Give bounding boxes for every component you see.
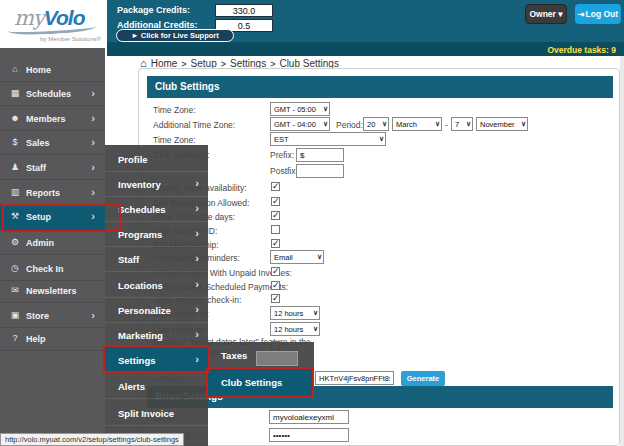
cart-icon: ▣ <box>9 310 21 320</box>
package-credits-label: Package Credits: <box>117 5 190 15</box>
logout-icon: ⇥ <box>578 10 585 19</box>
select-caret-icon: ∨ <box>313 309 318 317</box>
chevron-right-icon: › <box>91 87 95 99</box>
sidebar-item-staff[interactable]: ♟ Staff › <box>0 156 105 180</box>
chevron-right-icon: › <box>91 112 95 124</box>
live-support-button[interactable]: ► Click for Live Support <box>116 29 234 42</box>
flyout-item-alerts[interactable]: Alerts <box>105 374 208 399</box>
flyout-item-programs[interactable]: Programs › <box>105 222 208 247</box>
home-icon: ⌂ <box>9 64 21 74</box>
chevron-right-icon: › <box>91 136 95 148</box>
envelope-icon: ✉ <box>9 285 21 295</box>
sidebar-item-store[interactable]: ▣ Store › <box>0 304 105 328</box>
owner-dropdown[interactable]: Owner ▾ <box>525 4 567 24</box>
sidebar-item-members[interactable]: ☻ Members › <box>0 107 105 131</box>
additional-time-zone-label: Additional Time Zone: <box>153 120 235 130</box>
flyout-item-schedules[interactable]: Schedules › <box>105 197 208 222</box>
flyout-item-settings[interactable]: Settings › <box>105 347 208 373</box>
clock-icon: ◷ <box>9 263 21 273</box>
membership-checkbox[interactable]: ✓ <box>271 239 280 248</box>
submenu-item-taxes[interactable]: Taxes <box>208 342 314 368</box>
chevron-right-icon: › <box>195 202 199 214</box>
chevron-right-icon: › <box>91 210 95 222</box>
chevron-right-icon: › <box>195 303 199 315</box>
sidebar-item-newsletters[interactable]: ✉ Newsletters <box>0 279 105 303</box>
sidebar-item-setup[interactable]: ⚒ Setup › <box>0 205 105 231</box>
select-caret-icon: ∨ <box>521 120 526 128</box>
additional-time-zone-select[interactable]: GMT - 04:00∨ <box>270 117 330 131</box>
class-availability-checkbox[interactable]: ✓ <box>271 182 280 191</box>
status-bar-url: http://volo.myuat.com/v2/setup/settings/… <box>0 433 184 446</box>
hide-member-id-checkbox[interactable]: ✓ <box>271 225 280 234</box>
select-caret-icon: ∨ <box>313 325 318 333</box>
multiple-check-in-checkbox[interactable]: ✓ <box>271 294 280 303</box>
password-input[interactable] <box>269 428 349 442</box>
bar-chart-icon: ▥ <box>9 187 21 197</box>
time-zone-select[interactable]: GMT - 05:00∨ <box>270 102 330 116</box>
package-credits-input[interactable] <box>215 4 273 17</box>
automated-reminders-select[interactable]: Email∨ <box>270 250 324 264</box>
live-support-label: Click for Live Support <box>141 31 219 40</box>
flyout-item-inventory[interactable]: Inventory › <box>105 172 208 197</box>
calendar-icon: ▦ <box>9 88 21 98</box>
logo-tagline: by Member Solutions® <box>40 36 101 42</box>
chevron-right-icon: › <box>195 353 199 365</box>
flyout-item-split-invoice[interactable]: Split Invoice <box>105 401 208 426</box>
logout-button[interactable]: ⇥Log Out <box>575 4 621 24</box>
late-check-in-select[interactable]: 12 hours∨ <box>270 322 320 336</box>
flyout-item-profile[interactable]: Profile <box>105 147 208 172</box>
period-month-end-select[interactable]: November∨ <box>476 117 528 131</box>
period-label: Period: <box>336 120 363 130</box>
select-caret-icon: ∨ <box>435 120 440 128</box>
check-icon: ✓ <box>272 211 280 220</box>
flyout-item-staff[interactable]: Staff › <box>105 247 208 272</box>
flyout-item-marketing[interactable]: Marketing › <box>105 323 208 348</box>
sidebar-item-home[interactable]: ⌂ Home <box>0 58 105 82</box>
chevron-right-icon: › <box>91 309 95 321</box>
panel-title: Club Settings <box>147 76 613 98</box>
early-check-in-select[interactable]: 12 hours∨ <box>270 306 320 320</box>
dollar-icon: $ <box>9 137 21 147</box>
login-input[interactable] <box>269 410 349 424</box>
person-icon: ☻ <box>9 113 21 123</box>
api-key-input[interactable] <box>315 371 394 385</box>
time-zone-name-select[interactable]: EST∨ <box>270 132 386 146</box>
time-zone-label: Time Zone: <box>153 105 196 115</box>
submenu-item-club-settings[interactable]: Club Settings <box>208 368 314 397</box>
period-day-start-select[interactable]: 20∨ <box>363 117 389 131</box>
gear-icon: ⚙ <box>9 237 21 247</box>
sidebar-item-help[interactable]: ? Help <box>0 327 105 351</box>
background-input-bleed <box>256 351 298 366</box>
sidebar-item-sales[interactable]: $ Sales › <box>0 131 105 155</box>
select-caret-icon: ∨ <box>466 120 471 128</box>
wrench-icon: ⚒ <box>9 211 21 221</box>
chevron-right-icon: › <box>195 227 199 239</box>
flyout-item-locations[interactable]: Locations › <box>105 273 208 298</box>
sidebar-item-check-in[interactable]: ◷ Check In <box>0 257 105 281</box>
app-window: myVolo by Member Solutions® Package Cred… <box>0 0 624 446</box>
question-icon: ? <box>9 333 21 343</box>
sidebar-item-schedules[interactable]: ▦ Schedules › <box>0 82 105 106</box>
settings-submenu: Taxes Club Settings <box>208 342 314 397</box>
unpaid-invoices-checkbox[interactable]: ✓ <box>271 267 280 276</box>
auto-process-payments-checkbox[interactable]: ✓ <box>271 281 280 290</box>
notification-strip: Overdue tasks: 9 <box>107 42 624 56</box>
owner-label: Owner <box>529 9 555 19</box>
page-margin <box>620 56 624 446</box>
sidebar: ⌂ Home ▦ Schedules › ☻ Members › $ Sales… <box>0 48 105 446</box>
sidebar-item-reports[interactable]: ▥ Reports › <box>0 181 105 205</box>
flyout-item-personalize[interactable]: Personalize › <box>105 298 208 323</box>
postfix-input[interactable] <box>296 164 344 178</box>
period-month-start-select[interactable]: March∨ <box>392 117 442 131</box>
select-caret-icon: ∨ <box>323 120 328 128</box>
top-header: Package Credits: Additional Credits: ► C… <box>107 0 624 42</box>
check-icon: ✓ <box>272 182 280 191</box>
self-registration-checkbox[interactable]: ✓ <box>271 197 280 206</box>
choose-days-checkbox[interactable]: ✓ <box>271 211 280 220</box>
sidebar-item-admin[interactable]: ⚙ Admin <box>0 231 105 255</box>
period-day-end-select[interactable]: 7∨ <box>451 117 473 131</box>
time-zone-name-label: Time Zone: <box>153 135 196 145</box>
prefix-input[interactable] <box>296 148 344 162</box>
overdue-tasks-link[interactable]: Overdue tasks: 9 <box>547 45 616 55</box>
generate-api-key-button[interactable]: Generate <box>401 371 445 386</box>
